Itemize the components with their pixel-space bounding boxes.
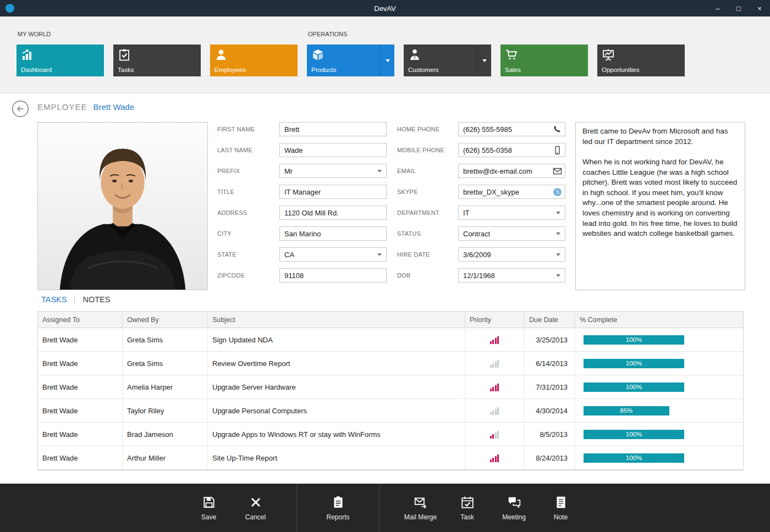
app-window: DevAV – □ × MY WORLD OPERATIONS Dashboar…	[0, 0, 770, 532]
field-label: STATUS	[397, 230, 458, 237]
task-row[interactable]: Brett Wade Greta Sims Review Overtime Re…	[38, 352, 743, 375]
tile-label: Dashboard	[21, 66, 52, 73]
tile-label: Customers	[408, 66, 439, 73]
chevron-down-icon[interactable]	[556, 274, 560, 277]
column-header[interactable]: Priority	[465, 312, 525, 328]
tasks-table: Assigned To Owned By Subject Priority Du…	[37, 311, 744, 470]
tab-tasks[interactable]: Tasks	[113, 45, 201, 76]
tab-employees[interactable]: Employees	[210, 45, 298, 76]
last-name-input[interactable]: Wade	[279, 143, 387, 157]
save-button[interactable]: Save	[185, 484, 232, 532]
priority-icon	[490, 336, 500, 344]
field-label: DEPARTMENT	[397, 209, 458, 216]
app-logo-icon	[5, 3, 15, 13]
bottom-toolbar: Save Cancel Reports Mail Merge Task Meet…	[0, 484, 770, 532]
tile-label: Employees	[215, 66, 246, 73]
home-phone-input[interactable]: (626) 555-5985	[458, 122, 565, 136]
cell-due-date: 6/14/2013	[525, 352, 575, 375]
employee-bio-text[interactable]: Brett came to DevAv from Microsoft and h…	[575, 122, 745, 290]
tab-notes-detail[interactable]: NOTES	[82, 295, 110, 304]
task-row[interactable]: Brett Wade Brad Jameson Upgrade Apps to …	[38, 423, 743, 446]
products-icon	[311, 48, 324, 62]
cell-assigned-to: Brett Wade	[38, 352, 123, 375]
table-header-row: Assigned To Owned By Subject Priority Du…	[38, 312, 743, 328]
field-label: FIRST NAME	[217, 126, 279, 132]
minimize-button[interactable]: –	[707, 0, 728, 16]
department-select[interactable]: IT	[458, 206, 565, 220]
tab-dashboard[interactable]: Dashboard	[16, 45, 104, 76]
first-name-input[interactable]: Brett	[279, 122, 387, 136]
column-header[interactable]: % Complete	[575, 312, 743, 328]
task-row[interactable]: Brett Wade Arthur Miller Site Up-Time Re…	[38, 446, 743, 470]
phone-icon	[553, 125, 562, 134]
email-input[interactable]: brettw@dx-email.com	[458, 164, 565, 178]
maximize-button[interactable]: □	[728, 0, 749, 16]
skype-input[interactable]: brettw_DX_skype S	[458, 185, 565, 199]
priority-icon	[490, 383, 500, 391]
chevron-down-icon[interactable]	[556, 212, 560, 214]
reports-icon	[331, 495, 345, 509]
note-button[interactable]: Note	[537, 484, 584, 532]
column-header[interactable]: Owned By	[123, 312, 208, 328]
state-select[interactable]: CA	[279, 247, 387, 262]
tab-sales[interactable]: Sales	[501, 45, 588, 76]
cell-assigned-to: Brett Wade	[38, 375, 123, 398]
field-label: EMAIL	[397, 168, 458, 174]
reports-button[interactable]: Reports	[315, 484, 361, 532]
cell-subject: Upgrade Apps to Windows RT or stay with …	[208, 423, 465, 446]
column-header[interactable]: Subject	[208, 312, 465, 328]
cell-assigned-to: Brett Wade	[38, 446, 123, 469]
note-icon	[554, 495, 568, 509]
button-label: Reports	[326, 513, 349, 521]
task-row[interactable]: Brett Wade Taylor Riley Upgrade Personal…	[38, 399, 743, 423]
cell-complete: 100%	[575, 328, 743, 351]
dob-picker[interactable]: 12/1/1968	[458, 268, 565, 282]
tile-label: Opportunities	[602, 66, 639, 73]
close-button[interactable]: ×	[749, 0, 770, 16]
products-dropdown-arrow[interactable]	[380, 45, 394, 76]
field-value: CA	[284, 251, 294, 259]
field-label: HOME PHONE	[397, 126, 458, 132]
cell-subject: Review Overtime Report	[208, 352, 465, 375]
title-input[interactable]: IT Manager	[279, 185, 387, 199]
column-header[interactable]: Assigned To	[38, 312, 123, 328]
meeting-button[interactable]: Meeting	[491, 484, 537, 532]
column-header[interactable]: Due Date	[525, 312, 575, 328]
cell-subject: Upgrade Personal Computers	[208, 399, 465, 422]
tab-opportunities[interactable]: Opportunities	[597, 45, 685, 76]
field-value: IT	[463, 209, 470, 217]
cancel-button[interactable]: Cancel	[232, 484, 279, 532]
tab-tasks-detail[interactable]: TASKS	[41, 295, 67, 304]
mail-merge-button[interactable]: Mail Merge	[397, 484, 444, 532]
zipcode-input[interactable]: 91108	[279, 268, 387, 282]
cell-complete: 100%	[575, 423, 743, 446]
tab-customers[interactable]: Customers	[404, 45, 491, 76]
back-button[interactable]	[12, 100, 29, 118]
button-label: Task	[460, 513, 474, 521]
address-input[interactable]: 1120 Old Mill Rd.	[279, 206, 387, 220]
chevron-down-icon[interactable]	[556, 232, 560, 235]
prefix-select[interactable]: Mr	[279, 164, 387, 178]
chevron-down-icon[interactable]	[377, 170, 382, 173]
city-input[interactable]: San Marino	[279, 226, 387, 241]
status-select[interactable]: Contract	[458, 226, 565, 241]
mobile-icon	[553, 146, 562, 155]
hire-date-picker[interactable]: 3/6/2009	[458, 247, 565, 262]
group-label-operations: OPERATIONS	[308, 31, 347, 37]
chevron-down-icon[interactable]	[556, 253, 560, 256]
cell-owned-by: Amelia Harper	[123, 375, 208, 398]
dashboard-icon	[21, 48, 34, 62]
field-value: 91108	[284, 271, 304, 280]
task-button[interactable]: Task	[444, 484, 491, 532]
customers-icon	[408, 48, 421, 62]
chevron-down-icon[interactable]	[377, 253, 382, 256]
tab-products[interactable]: Products	[307, 45, 394, 76]
cell-subject: Upgrade Server Hardware	[208, 375, 465, 398]
mobile-phone-input[interactable]: (626) 555-0358	[458, 143, 565, 157]
field-value: brettw@dx-email.com	[463, 167, 532, 175]
customers-dropdown-arrow[interactable]	[477, 45, 491, 76]
task-row[interactable]: Brett Wade Greta Sims Sign Updated NDA 3…	[38, 328, 743, 352]
task-row[interactable]: Brett Wade Amelia Harper Upgrade Server …	[38, 375, 743, 399]
save-icon	[202, 495, 216, 509]
tile-label: Products	[311, 66, 336, 73]
